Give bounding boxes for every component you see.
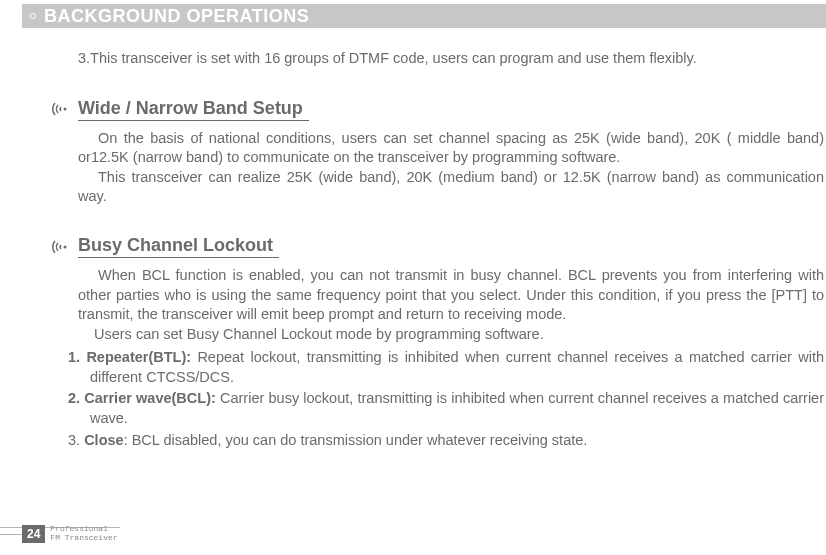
item-number: 1. <box>68 349 86 365</box>
footer-line <box>0 534 22 535</box>
item-text: : BCL disabled, you can do transmission … <box>124 432 588 448</box>
header-title: BACKGROUND OPERATIONS <box>44 6 309 27</box>
paragraph: This transceiver can realize 25K (wide b… <box>78 168 824 207</box>
section-body: When BCL function is enabled, you can no… <box>52 266 824 344</box>
section-header: Wide / Narrow Band Setup <box>52 98 824 121</box>
paragraph: On the basis of national conditions, use… <box>78 129 824 168</box>
intro-text: 3.This transceiver is set with 16 groups… <box>78 48 824 70</box>
item-label: Repeater(BTL): <box>86 349 197 365</box>
footer: 24 Professional FM Transceiver <box>0 525 826 543</box>
list-item: 2. Carrier wave(BCL): Carrier busy locko… <box>68 389 824 428</box>
header-bullet-icon <box>30 13 36 19</box>
item-text: Repeat lockout, transmitting is inhibite… <box>90 349 824 385</box>
content-area: 3.This transceiver is set with 16 groups… <box>0 28 826 450</box>
signal-wave-icon <box>52 99 72 119</box>
item-label: Close <box>84 432 124 448</box>
list-item: 3. Close: BCL disabled, you can do trans… <box>68 431 824 451</box>
item-label: Carrier wave(BCL): <box>84 390 220 406</box>
section-header: Busy Channel Lockout <box>52 235 824 258</box>
list-item: 1. Repeater(BTL): Repeat lockout, transm… <box>68 348 824 387</box>
paragraph: When BCL function is enabled, you can no… <box>78 266 824 325</box>
signal-wave-icon <box>52 237 72 257</box>
section-title: Wide / Narrow Band Setup <box>78 98 309 121</box>
section-body: On the basis of national conditions, use… <box>52 129 824 207</box>
section-title: Busy Channel Lockout <box>78 235 279 258</box>
svg-point-0 <box>64 108 67 111</box>
item-number: 3. <box>68 432 84 448</box>
svg-point-1 <box>64 245 67 248</box>
section-busy-channel: Busy Channel Lockout When BCL function i… <box>52 235 824 450</box>
page-number: 24 <box>22 525 45 543</box>
section-wide-narrow: Wide / Narrow Band Setup On the basis of… <box>52 98 824 207</box>
footer-text: Professional FM Transceiver <box>50 525 117 543</box>
list-items: 1. Repeater(BTL): Repeat lockout, transm… <box>52 348 824 450</box>
item-number: 2. <box>68 390 84 406</box>
header-bar: BACKGROUND OPERATIONS <box>22 4 826 28</box>
paragraph: Users can set Busy Channel Lockout mode … <box>78 325 824 345</box>
footer-line2-text: FM Transceiver <box>50 534 117 543</box>
